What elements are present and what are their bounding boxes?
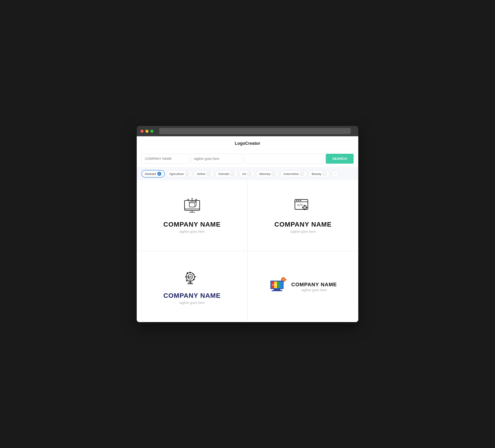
svg-text:</>: </> <box>297 203 303 207</box>
logo-card-4[interactable]: </> </> <box>248 251 358 322</box>
svg-rect-24 <box>304 205 305 206</box>
svg-rect-54 <box>280 281 283 288</box>
logo-card-1[interactable]: COMPANY NAME tagline goes here <box>137 180 247 251</box>
logo-card-2[interactable]: </> COMPANY NAME tag <box>248 180 358 251</box>
svg-point-22 <box>303 206 307 209</box>
filter-check-agriculture: ✓ <box>185 172 189 176</box>
filter-label-animals: Animals <box>218 172 229 176</box>
svg-point-23 <box>304 207 306 209</box>
logo-icon-2: </> <box>294 197 313 216</box>
svg-text:API: API <box>188 276 192 279</box>
logo-card-3[interactable]: API COMPANY NAME tagline goes here <box>137 251 247 322</box>
svg-point-43 <box>282 279 285 281</box>
logo-company-name-3: COMPANY NAME <box>163 292 221 299</box>
filter-check-automotive: ✓ <box>300 172 304 176</box>
filter-label-art: Art <box>242 172 246 176</box>
logo-tagline-2: tagline goes here <box>290 230 316 233</box>
address-bar[interactable] <box>159 128 351 134</box>
filter-chip-animals[interactable]: Animals ✓ <box>215 170 238 177</box>
svg-rect-37 <box>193 279 195 280</box>
company-name-input[interactable] <box>141 154 189 164</box>
filter-label-abstract: Abstract <box>145 172 156 176</box>
logo-text-group-4: COMPANY NAME tagline goes here <box>291 281 337 292</box>
search-bar: SEARCH <box>137 150 358 168</box>
svg-point-20 <box>300 200 301 201</box>
filter-label-airline: Airline <box>197 172 205 176</box>
filter-check-attorney: ✓ <box>272 172 276 176</box>
svg-rect-44 <box>283 277 284 278</box>
filter-bar: Abstract ✓Agriculture ✓Airline ✓Animals … <box>137 168 358 180</box>
svg-point-12 <box>196 199 197 200</box>
close-button[interactable] <box>140 130 144 133</box>
logo-company-name-2: COMPANY NAME <box>274 221 332 228</box>
svg-point-18 <box>296 200 297 201</box>
filter-chip-attorney[interactable]: Attorney ✓ <box>256 170 279 177</box>
filter-check-beauty: ✓ <box>322 172 327 176</box>
svg-point-11 <box>192 198 192 199</box>
logo-tagline-3: tagline goes here <box>179 301 205 305</box>
filter-chip-airline[interactable]: Airline ✓ <box>194 170 214 177</box>
svg-rect-25 <box>304 209 305 210</box>
extra-input[interactable] <box>244 154 324 164</box>
browser-window: LogoCreator SEARCH Abstract ✓Agriculture… <box>137 126 358 322</box>
svg-rect-31 <box>190 280 191 282</box>
logo-tagline-4: tagline goes here <box>291 288 337 292</box>
filter-chip-agriculture[interactable]: Agriculture ✓ <box>166 170 192 177</box>
filter-chip-beauty[interactable]: Beauty ✓ <box>309 170 330 177</box>
svg-rect-26 <box>306 207 307 208</box>
filter-next-arrow[interactable]: → <box>332 170 339 177</box>
filter-check-abstract: ✓ <box>157 172 162 176</box>
filter-check-art: ✓ <box>247 172 251 176</box>
svg-rect-56 <box>274 289 280 290</box>
logo-icon-3: API <box>183 269 202 288</box>
filter-check-airline: ✓ <box>206 172 211 176</box>
filter-check-animals: ✓ <box>230 172 234 176</box>
svg-rect-53 <box>277 281 280 288</box>
svg-rect-47 <box>281 279 282 280</box>
svg-point-19 <box>298 200 299 201</box>
svg-rect-4 <box>189 203 195 207</box>
app-title: LogoCreator <box>235 141 260 146</box>
filter-chip-automotive[interactable]: Automotive ✓ <box>280 170 307 177</box>
filter-label-automotive: Automotive <box>283 172 299 176</box>
logo-grid: COMPANY NAME tagline goes here </> <box>137 180 358 322</box>
logo-company-name-1: COMPANY NAME <box>163 221 221 228</box>
maximize-button[interactable] <box>150 130 153 133</box>
svg-rect-36 <box>186 272 188 274</box>
filter-label-attorney: Attorney <box>259 172 270 176</box>
logo-icon-4: </> </> <box>269 276 288 293</box>
filter-chip-abstract[interactable]: Abstract ✓ <box>141 170 165 178</box>
search-button[interactable]: SEARCH <box>326 154 354 164</box>
logo-icon-1 <box>183 197 202 216</box>
svg-text:</>: </> <box>272 283 277 286</box>
svg-rect-46 <box>286 279 287 280</box>
filter-label-beauty: Beauty <box>312 172 321 176</box>
svg-rect-33 <box>186 276 187 277</box>
logo-company-name-4: COMPANY NAME <box>291 281 337 288</box>
app-content: LogoCreator SEARCH Abstract ✓Agriculture… <box>137 136 358 322</box>
filter-chip-art[interactable]: Art ✓ <box>239 170 255 177</box>
svg-rect-57 <box>272 290 282 291</box>
logo-inline-4: </> </> <box>269 276 337 297</box>
svg-rect-30 <box>190 272 191 273</box>
tagline-input[interactable] <box>191 154 242 164</box>
filter-label-agriculture: Agriculture <box>169 172 184 176</box>
svg-rect-27 <box>302 207 303 208</box>
app-header: LogoCreator <box>137 136 358 150</box>
logo-tagline-1: tagline goes here <box>179 230 205 233</box>
titlebar <box>137 126 358 136</box>
svg-rect-32 <box>194 276 196 277</box>
minimize-button[interactable] <box>145 130 149 133</box>
svg-point-10 <box>188 199 189 200</box>
